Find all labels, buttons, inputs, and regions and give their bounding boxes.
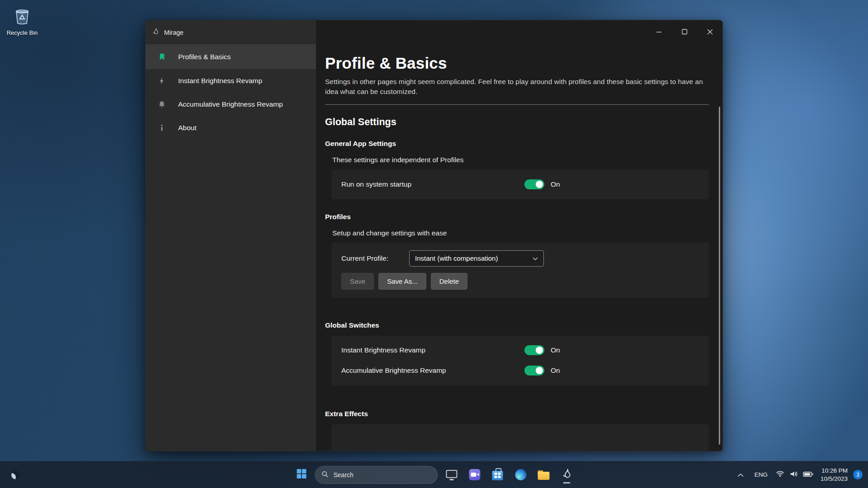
moon-weather-icon — [11, 470, 20, 479]
profiles-card: Current Profile: Instant (with compensat… — [331, 243, 709, 298]
tray-overflow-button[interactable] — [733, 467, 748, 483]
accumulative-brightness-state: On — [551, 366, 560, 375]
taskbar-app-edge[interactable] — [511, 465, 530, 484]
sidebar-item-profiles-basics[interactable]: Profiles & Basics — [146, 44, 316, 69]
sidebar-item-accumulative-brightness[interactable]: Accumulative Brightness Revamp — [146, 93, 316, 116]
minimize-button[interactable] — [646, 20, 672, 44]
main-panel: Profile & Basics Settings in other pages… — [316, 20, 722, 451]
taskbar-app-monitor[interactable] — [442, 465, 461, 484]
accumulative-brightness-toggle[interactable] — [524, 366, 544, 375]
toggle-knob — [536, 181, 543, 188]
toggle-knob — [536, 367, 543, 374]
accumulative-brightness-label: Accumulative Brightness Revamp — [341, 366, 524, 375]
active-app-indicator — [563, 482, 571, 483]
tray-date: 10/5/2023 — [821, 475, 848, 483]
global-switches-card: Instant Brightness Revamp On Accumulativ… — [331, 336, 709, 385]
volume-icon — [789, 470, 798, 479]
save-button[interactable]: Save — [341, 273, 374, 290]
startup-card: Run on system startup On — [331, 169, 709, 199]
window-titlebar-left: Mirage — [146, 20, 316, 44]
extra-effects-card — [331, 424, 709, 451]
switch-row-accumulative: Accumulative Brightness Revamp On — [341, 361, 699, 381]
chat-video-icon — [469, 469, 480, 480]
store-bag-icon — [492, 471, 503, 480]
sidebar-item-label: Accumulative Brightness Revamp — [178, 100, 283, 108]
extra-effects-heading: Extra Effects — [325, 410, 709, 418]
recycle-bin-label: Recycle Bin — [5, 29, 40, 36]
battery-icon — [803, 471, 813, 479]
monitor-icon — [446, 470, 457, 478]
bookmark-icon — [157, 52, 166, 61]
windows-logo-icon — [296, 468, 307, 481]
general-app-settings-heading: General App Settings — [325, 140, 709, 148]
profile-select-value: Instant (with compensation) — [415, 254, 533, 262]
toggle-knob — [536, 347, 543, 354]
switch-row-instant: Instant Brightness Revamp On — [341, 340, 699, 361]
profiles-note: Setup and change settings with ease — [332, 229, 709, 237]
sidebar-item-about[interactable]: About — [146, 116, 316, 140]
startup-toggle[interactable] — [524, 179, 544, 189]
mirage-window: Mirage Profiles & Basics Instant Brightn… — [145, 20, 723, 451]
sidebar-item-label: About — [178, 124, 197, 132]
close-icon — [707, 28, 713, 37]
instant-brightness-label: Instant Brightness Revamp — [341, 346, 524, 354]
desktop-wallpaper: Recycle Bin Mirage Profiles & Basics — [0, 0, 868, 488]
sidebar: Mirage Profiles & Basics Instant Brightn… — [146, 20, 316, 451]
close-button[interactable] — [697, 20, 722, 44]
widgets-weather-button[interactable] — [6, 465, 25, 484]
mirage-app-icon — [152, 28, 160, 37]
chevron-down-icon — [533, 254, 538, 263]
clock[interactable]: 10:26 PM 10/5/2023 — [821, 467, 848, 483]
global-settings-heading: Global Settings — [325, 117, 709, 128]
instant-brightness-toggle[interactable] — [524, 345, 544, 355]
taskbar-app-store[interactable] — [488, 465, 507, 484]
folder-icon — [538, 470, 550, 480]
info-icon — [157, 124, 166, 132]
startup-label: Run on system startup — [341, 180, 524, 188]
sidebar-item-label: Profiles & Basics — [178, 53, 231, 61]
search-label: Search — [334, 471, 354, 479]
window-title: Mirage — [164, 29, 184, 36]
taskbar-search[interactable]: Search — [315, 466, 438, 484]
recycle-bin[interactable]: Recycle Bin — [5, 5, 40, 36]
wifi-icon — [776, 470, 784, 479]
taskbar-app-chat[interactable] — [465, 465, 484, 484]
minimize-icon — [656, 28, 662, 37]
window-titlebar — [316, 20, 722, 44]
current-profile-label: Current Profile: — [341, 254, 399, 263]
startup-toggle-state: On — [551, 180, 560, 188]
taskbar-app-file-explorer[interactable] — [534, 465, 553, 484]
tray-time: 10:26 PM — [821, 467, 848, 475]
vertical-scrollbar[interactable] — [719, 107, 720, 445]
delete-button[interactable]: Delete — [431, 273, 467, 290]
page-description: Settings in other pages might seem compl… — [325, 77, 709, 97]
instant-brightness-state: On — [551, 346, 560, 354]
sidebar-item-instant-brightness[interactable]: Instant Brightness Revamp — [146, 69, 316, 93]
start-button[interactable] — [292, 465, 311, 484]
search-icon — [322, 471, 329, 479]
recycle-bin-icon — [12, 20, 33, 28]
maximize-icon — [682, 28, 688, 37]
profile-select[interactable]: Instant (with compensation) — [409, 250, 544, 267]
profiles-heading: Profiles — [325, 213, 709, 221]
sidebar-item-label: Instant Brightness Revamp — [178, 77, 262, 85]
page-title: Profile & Basics — [325, 54, 709, 72]
save-as-button[interactable]: Save As... — [378, 273, 426, 290]
maximize-button[interactable] — [672, 20, 697, 44]
general-app-settings-note: These settings are independent of Profil… — [332, 156, 709, 164]
language-indicator[interactable]: ENG — [755, 471, 768, 478]
edge-browser-icon — [515, 469, 526, 480]
chevron-up-icon — [737, 471, 744, 479]
divider — [325, 104, 709, 105]
lightning-icon — [157, 77, 166, 85]
notification-badge[interactable]: 3 — [853, 470, 863, 479]
bell-icon — [157, 100, 166, 108]
global-switches-heading: Global Switches — [325, 321, 709, 329]
taskbar-app-mirage[interactable] — [557, 465, 576, 484]
page-content: Profile & Basics Settings in other pages… — [316, 44, 722, 451]
mirage-flame-icon — [561, 468, 572, 481]
taskbar: Search — [0, 461, 868, 488]
system-tray-icons[interactable] — [776, 470, 813, 479]
